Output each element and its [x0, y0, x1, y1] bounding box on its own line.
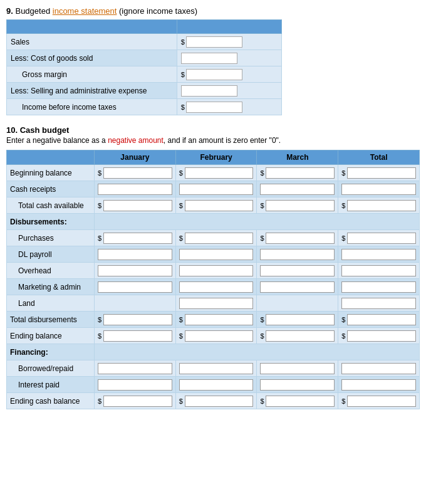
cash-input-purchases-feb[interactable] — [185, 233, 254, 244]
income-input-cell-2[interactable]: $ — [177, 66, 281, 83]
cash-cell-dl-payroll-tot[interactable] — [338, 246, 420, 263]
cash-input-total-disbursements-tot[interactable] — [347, 314, 416, 325]
cash-input-purchases-jan[interactable] — [103, 233, 172, 244]
cash-input-borrowed-repaid-jan[interactable] — [98, 363, 172, 374]
cash-input-interest-paid-jan[interactable] — [98, 379, 172, 391]
cash-cell-beginning-balance-tot[interactable]: $ — [338, 165, 420, 181]
cash-input-interest-paid-mar[interactable] — [260, 379, 335, 391]
cash-cell-cash-receipts-mar[interactable] — [257, 181, 338, 197]
cash-cell-ending-cash-balance-mar[interactable]: $ — [257, 393, 338, 409]
cash-cell-ending-cash-balance-feb[interactable]: $ — [175, 393, 257, 409]
cash-cell-total-cash-available-tot[interactable]: $ — [338, 197, 420, 214]
cash-cell-total-cash-available-feb[interactable]: $ — [175, 197, 257, 214]
cash-cell-borrowed-repaid-jan[interactable] — [94, 360, 175, 377]
cash-cell-total-cash-available-jan[interactable]: $ — [94, 197, 175, 214]
cash-cell-land-feb[interactable] — [175, 295, 257, 312]
cash-input-borrowed-repaid-feb[interactable] — [179, 363, 254, 374]
cash-input-purchases-mar[interactable] — [266, 233, 335, 244]
cash-cell-interest-paid-mar[interactable] — [257, 377, 338, 393]
cash-input-borrowed-repaid-mar[interactable] — [260, 363, 335, 374]
cash-cell-purchases-jan[interactable]: $ — [94, 230, 175, 246]
cash-input-land-tot[interactable] — [341, 298, 416, 309]
income-input-4[interactable] — [186, 102, 242, 113]
cash-cell-beginning-balance-jan[interactable]: $ — [94, 165, 175, 181]
cash-cell-land-tot[interactable] — [338, 295, 420, 312]
cash-cell-ending-balance-mar[interactable]: $ — [257, 328, 338, 344]
cash-cell-dl-payroll-jan[interactable] — [94, 246, 175, 263]
cash-input-ending-cash-balance-feb[interactable] — [185, 396, 254, 407]
cash-cell-total-disbursements-mar[interactable]: $ — [257, 312, 338, 328]
cash-cell-interest-paid-jan[interactable] — [94, 377, 175, 393]
cash-input-dl-payroll-feb[interactable] — [179, 249, 254, 260]
cash-cell-cash-receipts-tot[interactable] — [338, 181, 420, 197]
cash-input-dl-payroll-tot[interactable] — [341, 249, 416, 260]
cash-cell-ending-cash-balance-jan[interactable]: $ — [94, 393, 175, 409]
cash-input-marketing-admin-feb[interactable] — [179, 281, 254, 293]
cash-input-beginning-balance-mar[interactable] — [266, 167, 335, 179]
cash-cell-interest-paid-feb[interactable] — [175, 377, 257, 393]
cash-cell-beginning-balance-mar[interactable]: $ — [257, 165, 338, 181]
cash-input-marketing-admin-jan[interactable] — [98, 281, 172, 293]
cash-input-interest-paid-tot[interactable] — [341, 379, 416, 391]
cash-input-total-cash-available-tot[interactable] — [347, 200, 416, 211]
cash-cell-ending-balance-jan[interactable]: $ — [94, 328, 175, 344]
cash-input-ending-cash-balance-jan[interactable] — [103, 396, 172, 407]
cash-input-beginning-balance-tot[interactable] — [347, 167, 416, 179]
income-input-0[interactable] — [186, 36, 242, 48]
cash-input-overhead-tot[interactable] — [341, 265, 416, 276]
cash-cell-purchases-feb[interactable]: $ — [175, 230, 257, 246]
cash-cell-total-disbursements-feb[interactable]: $ — [175, 312, 257, 328]
cash-input-marketing-admin-tot[interactable] — [341, 281, 416, 293]
cash-cell-borrowed-repaid-tot[interactable] — [338, 360, 420, 377]
cash-input-cash-receipts-jan[interactable] — [98, 184, 172, 195]
cash-input-total-disbursements-feb[interactable] — [185, 314, 254, 325]
cash-cell-overhead-mar[interactable] — [257, 263, 338, 279]
cash-input-cash-receipts-feb[interactable] — [179, 184, 254, 195]
cash-input-beginning-balance-jan[interactable] — [103, 167, 172, 179]
income-input-2[interactable] — [186, 69, 242, 80]
cash-cell-overhead-feb[interactable] — [175, 263, 257, 279]
cash-input-overhead-feb[interactable] — [179, 265, 254, 276]
income-input-cell-4[interactable]: $ — [177, 99, 281, 115]
cash-input-total-cash-available-feb[interactable] — [185, 200, 254, 211]
cash-input-cash-receipts-tot[interactable] — [341, 184, 416, 195]
cash-input-borrowed-repaid-tot[interactable] — [341, 363, 416, 374]
cash-cell-marketing-admin-tot[interactable] — [338, 279, 420, 295]
cash-input-cash-receipts-mar[interactable] — [260, 184, 335, 195]
cash-input-ending-balance-feb[interactable] — [185, 330, 254, 342]
cash-input-marketing-admin-mar[interactable] — [260, 281, 335, 293]
cash-input-ending-cash-balance-mar[interactable] — [266, 396, 335, 407]
cash-cell-cash-receipts-feb[interactable] — [175, 181, 257, 197]
income-input-cell-0[interactable]: $ — [177, 34, 281, 50]
cash-input-purchases-tot[interactable] — [347, 233, 416, 244]
cash-input-ending-balance-mar[interactable] — [266, 330, 335, 342]
cash-cell-purchases-mar[interactable]: $ — [257, 230, 338, 246]
cash-input-dl-payroll-jan[interactable] — [98, 249, 172, 260]
cash-cell-total-disbursements-tot[interactable]: $ — [338, 312, 420, 328]
income-input-3[interactable] — [181, 85, 237, 97]
cash-cell-ending-balance-tot[interactable]: $ — [338, 328, 420, 344]
cash-cell-dl-payroll-feb[interactable] — [175, 246, 257, 263]
cash-cell-dl-payroll-mar[interactable] — [257, 246, 338, 263]
cash-cell-beginning-balance-feb[interactable]: $ — [175, 165, 257, 181]
cash-cell-ending-balance-feb[interactable]: $ — [175, 328, 257, 344]
cash-input-interest-paid-feb[interactable] — [179, 379, 254, 391]
cash-input-overhead-mar[interactable] — [260, 265, 335, 276]
cash-cell-overhead-jan[interactable] — [94, 263, 175, 279]
cash-input-total-disbursements-jan[interactable] — [103, 314, 172, 325]
income-input-cell-3[interactable] — [177, 83, 281, 99]
cash-cell-borrowed-repaid-mar[interactable] — [257, 360, 338, 377]
cash-cell-marketing-admin-feb[interactable] — [175, 279, 257, 295]
cash-input-land-feb[interactable] — [179, 298, 254, 309]
cash-input-ending-cash-balance-tot[interactable] — [347, 396, 416, 407]
income-input-1[interactable] — [181, 53, 237, 64]
cash-cell-interest-paid-tot[interactable] — [338, 377, 420, 393]
cash-input-ending-balance-jan[interactable] — [103, 330, 172, 342]
cash-input-total-disbursements-mar[interactable] — [266, 314, 335, 325]
cash-cell-marketing-admin-mar[interactable] — [257, 279, 338, 295]
cash-input-ending-balance-tot[interactable] — [347, 330, 416, 342]
cash-cell-overhead-tot[interactable] — [338, 263, 420, 279]
cash-input-total-cash-available-mar[interactable] — [266, 200, 335, 211]
cash-cell-total-cash-available-mar[interactable]: $ — [257, 197, 338, 214]
cash-cell-marketing-admin-jan[interactable] — [94, 279, 175, 295]
